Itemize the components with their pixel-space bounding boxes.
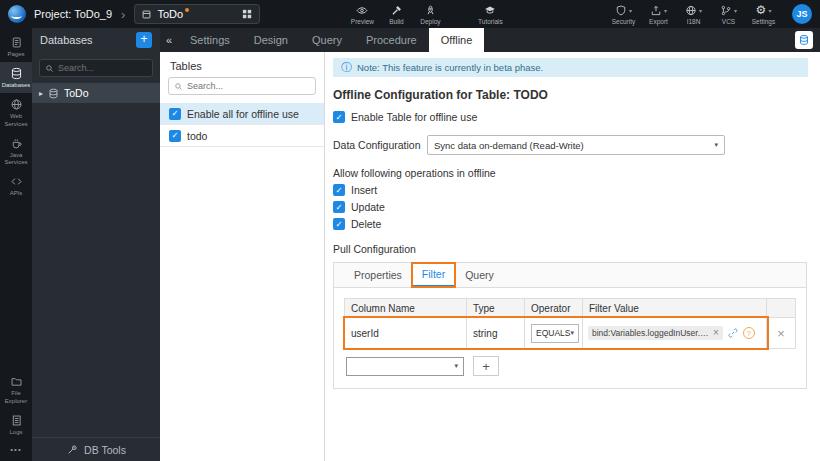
sidebar-item-file-explorer[interactable]: File Explorer: [0, 370, 32, 408]
tab-properties[interactable]: Properties: [344, 263, 412, 287]
tab-settings[interactable]: Settings: [178, 28, 242, 52]
operator-select[interactable]: EQUALS ▾: [531, 324, 579, 343]
operation-label: Insert: [351, 184, 377, 196]
list-item-todo-table[interactable]: ✓ todo: [160, 125, 324, 147]
add-database-button[interactable]: +: [136, 32, 152, 48]
add-row-button[interactable]: +: [473, 356, 499, 376]
remove-row-cell: ×: [767, 318, 795, 348]
tables-search-input[interactable]: [187, 81, 310, 91]
graduation-cap-icon: [483, 4, 497, 17]
checkbox-insert[interactable]: ✓: [333, 184, 345, 196]
enable-table-label: Enable Table for offline use: [351, 111, 477, 123]
checkbox-enable-all[interactable]: ✓: [169, 108, 181, 120]
help-icon[interactable]: ?: [743, 327, 755, 339]
body: Pages Databases Web Services Java Servic…: [0, 28, 820, 461]
build-label: Build: [389, 18, 403, 25]
caret-down-icon: ▾: [571, 329, 575, 337]
expander-icon[interactable]: ▸: [39, 89, 43, 98]
topbar-right-actions: ▾ Security ▾ Export ▾ I18N ▾ VCS: [607, 4, 812, 25]
security-button[interactable]: ▾ Security: [607, 4, 640, 25]
db-tools-button[interactable]: DB Tools: [32, 437, 160, 461]
tab-procedure[interactable]: Procedure: [354, 28, 429, 52]
checkbox-todo-table[interactable]: ✓: [169, 130, 181, 142]
database-icon: [48, 88, 59, 99]
rail-spacer: [0, 201, 32, 370]
remove-row-icon[interactable]: ×: [777, 327, 785, 340]
check-icon: ✓: [335, 113, 342, 122]
chevron-right-icon: ›: [121, 8, 125, 21]
settings-button[interactable]: ⚙▾ Settings: [747, 4, 780, 25]
bind-expression-chip[interactable]: bind:Variables.loggedInUser.data ×: [588, 326, 723, 340]
databases-panel-header: Databases +: [32, 28, 160, 52]
table-row: userId string EQUALS ▾: [344, 318, 796, 349]
tab-query-pull[interactable]: Query: [455, 263, 504, 287]
operation-update-row: ✓ Update: [333, 201, 808, 213]
add-filter-row: ▾ +: [344, 349, 796, 376]
grid-icon[interactable]: [241, 8, 253, 20]
sidebar-item-apis[interactable]: APIs: [0, 170, 32, 201]
operations-label: Allow following operations in offline: [333, 167, 808, 179]
sidebar-item-databases[interactable]: Databases: [0, 62, 32, 93]
sidebar-item-label: Web Services: [1, 113, 31, 127]
tab-filter[interactable]: Filter: [412, 263, 455, 287]
check-icon: ✓: [171, 109, 178, 118]
caret-down-icon: ▾: [629, 7, 632, 14]
top-bar: Project: ToDo_9 › ToDo Preview: [0, 0, 820, 28]
wrench-icon: [66, 444, 78, 456]
operator-value: EQUALS: [536, 328, 571, 338]
checkbox-delete[interactable]: ✓: [333, 218, 345, 230]
type-cell[interactable]: string: [467, 318, 525, 348]
search-icon: [174, 82, 183, 91]
page-title: Offline Configuration for Table: TODO: [333, 88, 808, 102]
beta-note-banner: ⓘ Note: This feature is currently in bet…: [333, 58, 808, 77]
operation-label: Update: [351, 201, 385, 213]
vcs-button[interactable]: ▾ VCS: [712, 4, 745, 25]
check-icon: ✓: [335, 220, 342, 229]
sidebar-item-pages[interactable]: Pages: [0, 31, 32, 62]
tree-item-todo-db[interactable]: ▸ ToDo: [32, 83, 160, 103]
column-name-cell[interactable]: userId: [345, 318, 467, 348]
sidebar-item-java-services[interactable]: Java Services: [0, 132, 32, 170]
new-column-select[interactable]: ▾: [346, 357, 464, 376]
preview-button[interactable]: Preview: [346, 3, 378, 25]
tab-offline[interactable]: Offline: [429, 28, 485, 52]
database-search-input[interactable]: [58, 63, 147, 73]
header-type: Type: [467, 299, 525, 317]
list-item-enable-all[interactable]: ✓ Enable all for offline use: [160, 103, 324, 125]
collapse-panel-icon[interactable]: «: [160, 28, 178, 52]
build-button[interactable]: Build: [380, 3, 412, 25]
chip-remove-icon[interactable]: ×: [713, 328, 719, 338]
export-button[interactable]: ▾ Export: [642, 4, 675, 25]
tree-item-label: ToDo: [64, 87, 89, 99]
sidebar-item-web-services[interactable]: Web Services: [0, 93, 32, 131]
user-avatar[interactable]: JS: [792, 4, 812, 24]
eye-icon: [355, 4, 369, 17]
bind-link-icon[interactable]: [727, 327, 739, 339]
operation-label: Delete: [351, 218, 381, 230]
caret-down-icon: ▾: [714, 141, 718, 149]
topbar-center-actions: Preview Build Deploy Tutorials: [346, 3, 506, 25]
i18n-button[interactable]: ▾ I18N: [677, 4, 710, 25]
export-label: Export: [649, 18, 668, 25]
checkbox-update[interactable]: ✓: [333, 201, 345, 213]
db-shell-button[interactable]: [795, 31, 813, 49]
more-options-icon[interactable]: •••: [0, 440, 32, 461]
checkbox-enable-table[interactable]: ✓: [333, 111, 345, 123]
sidebar-item-label: Logs: [9, 429, 22, 436]
wavemaker-logo-icon: [8, 5, 26, 23]
operator-cell: EQUALS ▾: [525, 318, 583, 348]
tab-design[interactable]: Design: [242, 28, 300, 52]
deploy-button[interactable]: Deploy: [414, 3, 446, 25]
sidebar-item-logs[interactable]: Logs: [0, 409, 32, 440]
settings-label: Settings: [752, 18, 776, 25]
tutorials-button[interactable]: Tutorials: [474, 3, 506, 25]
caret-down-icon: ▾: [664, 7, 667, 14]
operation-delete-row: ✓ Delete: [333, 218, 808, 230]
filter-table: Column Name Type Operator Filter Value u…: [344, 298, 796, 376]
data-configuration-value: Sync data on-demand (Read-Write): [434, 140, 584, 151]
tab-query[interactable]: Query: [300, 28, 354, 52]
app-switcher[interactable]: ToDo: [134, 4, 260, 24]
beta-note-text: Note: This feature is currently in beta …: [357, 62, 543, 73]
data-configuration-select[interactable]: Sync data on-demand (Read-Write) ▾: [427, 135, 725, 155]
gear-icon: ⚙: [756, 4, 767, 17]
